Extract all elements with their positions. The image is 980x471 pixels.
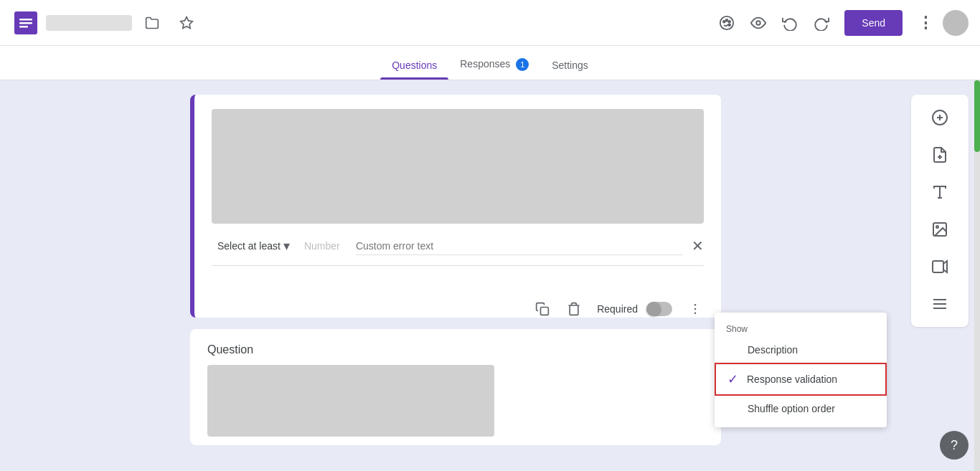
app-icon (11, 9, 40, 37)
add-section-btn[interactable] (923, 287, 957, 321)
top-bar: Send ⋮ (0, 0, 980, 46)
svg-rect-2 (19, 22, 32, 24)
undo-icon-btn[interactable] (776, 9, 804, 37)
close-validation-btn[interactable]: ✕ (692, 239, 704, 253)
question-card-1: Select at least ▾ Number ✕ (190, 95, 721, 318)
more-vert-btn[interactable] (681, 295, 710, 318)
number-placeholder: Number (304, 240, 347, 252)
add-title-btn[interactable] (923, 175, 957, 209)
card-inner-1: Select at least ▾ Number ✕ (194, 95, 721, 289)
palette-icon-btn[interactable] (712, 9, 741, 37)
responses-badge: 1 (516, 58, 529, 71)
svg-point-12 (694, 304, 697, 306)
question-label-2: Question (207, 343, 704, 356)
svg-point-8 (729, 20, 731, 22)
add-image-btn[interactable] (923, 212, 957, 247)
svg-point-14 (694, 313, 697, 315)
svg-point-5 (720, 16, 733, 29)
dropdown-shuffle-order[interactable]: Shuffle option order (715, 396, 887, 422)
svg-point-13 (694, 308, 697, 310)
svg-rect-24 (933, 261, 943, 272)
import-question-btn[interactable] (923, 138, 957, 172)
folder-icon-btn[interactable] (138, 9, 166, 37)
divider-1 (212, 265, 704, 266)
tabs-bar: Questions Responses 1 Settings (0, 46, 980, 80)
svg-point-23 (936, 226, 938, 228)
toggle-container (641, 302, 678, 316)
svg-point-6 (723, 20, 725, 22)
dropdown-menu: Show Description ✓ Response validation S… (715, 313, 887, 427)
required-label: Required (597, 303, 638, 315)
tab-questions[interactable]: Questions (380, 60, 448, 80)
dropdown-header: Show (715, 318, 887, 337)
svg-point-7 (726, 19, 728, 21)
copy-icon-btn[interactable] (528, 295, 557, 318)
custom-error-input[interactable] (356, 237, 683, 255)
toggle-knob (646, 302, 661, 316)
tab-settings[interactable]: Settings (540, 60, 600, 80)
dropdown-description[interactable]: Description (715, 337, 887, 363)
add-video-btn[interactable] (923, 249, 957, 284)
right-sidebar (911, 95, 969, 327)
question-card-2: Question (190, 329, 721, 445)
top-bar-icons: Send ⋮ (712, 9, 969, 37)
add-question-btn[interactable] (923, 100, 957, 135)
svg-point-10 (757, 21, 761, 25)
validation-row: Select at least ▾ Number ✕ (212, 235, 704, 257)
tab-responses[interactable]: Responses 1 (448, 58, 540, 80)
check-mark-icon: ✓ (727, 371, 738, 387)
star-icon-btn[interactable] (172, 9, 201, 37)
delete-icon-btn[interactable] (560, 295, 588, 318)
card-bottom-1: Required (194, 289, 721, 318)
required-toggle[interactable] (646, 302, 672, 316)
svg-marker-25 (943, 261, 947, 272)
top-bar-left (11, 9, 712, 37)
svg-marker-4 (181, 16, 193, 28)
redo-icon-btn[interactable] (807, 9, 836, 37)
select-at-least-label: Select at least (217, 240, 281, 252)
svg-rect-1 (19, 19, 32, 21)
avatar (943, 10, 969, 36)
chevron-down-icon: ▾ (283, 238, 290, 254)
help-icon-btn[interactable]: ? (940, 431, 969, 460)
dropdown-response-validation[interactable]: ✓ Response validation (715, 363, 887, 396)
more-options-btn[interactable]: ⋮ (911, 9, 940, 37)
image-placeholder-1 (212, 109, 704, 224)
scroll-indicator[interactable] (974, 80, 980, 152)
svg-rect-11 (541, 308, 549, 315)
doc-title (46, 15, 132, 31)
card-inner-2: Question (190, 329, 721, 445)
answer-placeholder-2 (207, 365, 494, 437)
select-at-least-btn[interactable]: Select at least ▾ (212, 235, 296, 257)
send-button[interactable]: Send (844, 10, 903, 36)
preview-icon-btn[interactable] (744, 9, 773, 37)
svg-rect-3 (19, 26, 28, 28)
